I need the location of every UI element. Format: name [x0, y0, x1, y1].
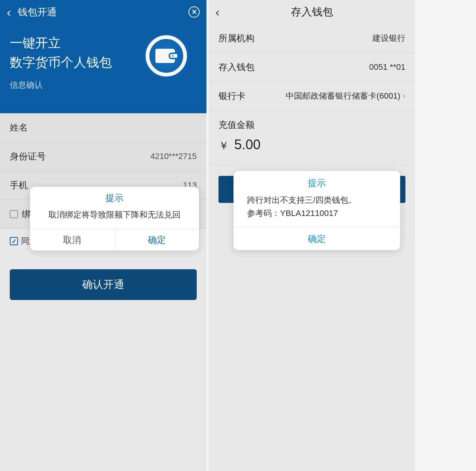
ok-button-label: 确定	[308, 234, 326, 244]
amount-value: 5.00	[234, 137, 261, 153]
bank-value: 中国邮政储蓄银行储蓄卡(6001)	[286, 90, 401, 102]
back-icon[interactable]: ‹	[215, 5, 220, 19]
ok-button-label: 确定	[148, 234, 166, 246]
dialog-title: 提示	[233, 171, 400, 192]
phone-label: 手机	[10, 179, 28, 191]
left-screen: ‹ 钱包开通 ✕ 一键开立 数字货币个人钱包 信息确认 姓名 身份证号 4210…	[0, 0, 206, 471]
amount-input[interactable]: ￥ 5.00	[209, 133, 415, 165]
left-dialog: 提示 取消绑定将导致限额下降和无法兑回 取消 确定	[30, 187, 199, 250]
agree-checkbox[interactable]: ✓	[10, 237, 18, 245]
currency-symbol: ￥	[218, 139, 229, 153]
row-org[interactable]: 所属机构 建设银行	[209, 24, 415, 53]
dialog-body-line1: 跨行对出不支持三/四类钱包。	[247, 194, 387, 207]
deposit-value: 0051 **01	[369, 62, 405, 72]
right-list: 所属机构 建设银行 存入钱包 0051 **01 银行卡 中国邮政储蓄银行储蓄卡…	[209, 24, 415, 111]
confirm-open-button[interactable]: 确认开通	[10, 269, 197, 300]
ok-button[interactable]: 确定	[115, 229, 199, 250]
right-title: 存入钱包	[291, 5, 333, 19]
row-deposit-wallet[interactable]: 存入钱包 0051 **01	[209, 53, 415, 82]
right-dialog: 提示 跨行对出不支持三/四类钱包。 参考码：YBLA12110017 确定	[233, 171, 400, 250]
id-value: 4210***2715	[150, 152, 197, 161]
right-screen: ‹ 存入钱包 所属机构 建设银行 存入钱包 0051 **01 银行卡 中国邮政…	[209, 0, 415, 471]
left-header: ‹ 钱包开通 ✕	[0, 0, 206, 24]
amount-label: 充值金额	[209, 111, 415, 133]
left-title: 钱包开通	[18, 6, 57, 19]
dialog-body-line2: 参考码：YBLA12110017	[247, 207, 387, 220]
close-icon[interactable]: ✕	[188, 6, 200, 18]
row-id[interactable]: 身份证号 4210***2715	[0, 142, 206, 171]
hero-banner: 一键开立 数字货币个人钱包 信息确认	[0, 24, 206, 113]
back-icon[interactable]: ‹	[7, 6, 11, 18]
row-name[interactable]: 姓名	[0, 113, 206, 142]
bind-card-checkbox[interactable]	[10, 210, 18, 218]
name-label: 姓名	[10, 122, 28, 134]
confirm-button-label: 确认开通	[82, 279, 124, 290]
id-label: 身份证号	[10, 150, 46, 162]
bank-label: 银行卡	[218, 90, 246, 102]
org-label: 所属机构	[218, 32, 255, 44]
cancel-button-label: 取消	[63, 234, 81, 246]
org-value: 建设银行	[372, 33, 405, 44]
row-bank-card[interactable]: 银行卡 中国邮政储蓄银行储蓄卡(6001) ›	[209, 82, 415, 111]
right-header: ‹ 存入钱包	[209, 0, 415, 24]
cancel-button[interactable]: 取消	[30, 229, 115, 250]
chevron-right-icon: ›	[403, 91, 405, 101]
ok-button[interactable]: 确定	[233, 227, 400, 250]
bind-card-label-partial: 绑	[22, 208, 31, 220]
dialog-body: 跨行对出不支持三/四类钱包。 参考码：YBLA12110017	[233, 192, 400, 227]
wallet-icon	[138, 28, 194, 84]
dialog-body: 取消绑定将导致限额下降和无法兑回	[30, 206, 199, 229]
deposit-label: 存入钱包	[218, 61, 255, 73]
dialog-title: 提示	[30, 187, 199, 206]
